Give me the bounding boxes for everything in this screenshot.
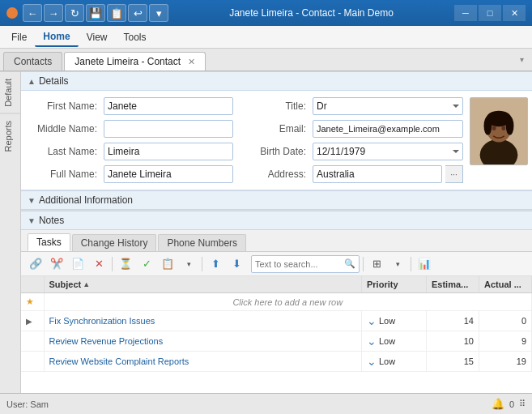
menu-tools[interactable]: Tools bbox=[115, 28, 154, 46]
tab-phone-numbers[interactable]: Phone Numbers bbox=[158, 234, 246, 251]
additional-info-header[interactable]: ▼ Additional Information bbox=[21, 190, 532, 210]
window-title: Janete Limeira - Contact - Main Demo bbox=[168, 7, 454, 19]
filter-button[interactable]: ⏳ bbox=[116, 255, 135, 273]
toolbar-separator-4 bbox=[411, 257, 411, 271]
row-expand-3[interactable] bbox=[21, 352, 44, 372]
table-row[interactable]: Review Website Complaint Reports ⌄ Low 1… bbox=[21, 352, 532, 372]
row-expand-1[interactable]: ▶ bbox=[21, 311, 44, 331]
undo-button[interactable]: ↩ bbox=[128, 4, 147, 22]
toolbar-separator-2 bbox=[202, 257, 202, 271]
title-select[interactable]: Dr Mr Ms bbox=[313, 97, 463, 115]
tasks-data-table: Subject ▲ Priority Estima... Actual ... bbox=[21, 276, 532, 372]
close-button[interactable]: ✕ bbox=[503, 5, 526, 21]
new-button[interactable]: 📄 bbox=[68, 255, 87, 273]
forward-button[interactable]: → bbox=[44, 4, 63, 22]
grid-icon[interactable]: ⠿ bbox=[519, 399, 526, 409]
side-labels: Default Reports bbox=[0, 71, 21, 393]
saveas-button[interactable]: 📋 bbox=[107, 4, 126, 22]
columns-button[interactable]: ⊞ bbox=[367, 255, 386, 273]
row-expand-2[interactable] bbox=[21, 331, 44, 352]
minimize-button[interactable]: ─ bbox=[454, 5, 477, 21]
star-icon: ★ bbox=[26, 297, 34, 306]
user-label: User: Sam bbox=[6, 399, 49, 409]
firstname-label: First Name: bbox=[28, 100, 100, 112]
field-row-firstname: First Name: bbox=[28, 97, 233, 115]
menu-home[interactable]: Home bbox=[35, 28, 78, 47]
side-label-default[interactable]: Default bbox=[0, 71, 20, 113]
row-subject-3[interactable]: Review Website Complaint Reports bbox=[44, 352, 362, 372]
save-button[interactable]: 💾 bbox=[86, 4, 105, 22]
title-label: Title: bbox=[236, 100, 309, 112]
fields-area: First Name: Title: Dr Mr Ms Middle Name: bbox=[28, 97, 463, 183]
birthdate-select[interactable]: 12/11/1979 bbox=[313, 143, 463, 160]
toolbar-separator-1 bbox=[112, 257, 113, 271]
tab-dropdown-button[interactable]: ▾ bbox=[515, 52, 529, 67]
table-row[interactable]: ▶ Fix Synchronization Issues ⌄ Low 14 0 bbox=[21, 311, 532, 331]
down-button[interactable]: ⬇ bbox=[227, 255, 246, 273]
middlename-input[interactable] bbox=[104, 120, 233, 138]
new-row[interactable]: ★ Click here to add a new row bbox=[21, 293, 532, 311]
th-actual[interactable]: Actual ... bbox=[479, 276, 532, 293]
svg-point-6 bbox=[492, 126, 496, 130]
back-button[interactable]: ← bbox=[23, 4, 42, 22]
notes-section-header[interactable]: ▼ Notes bbox=[21, 211, 532, 230]
content-area: Default Reports ▲ Details First Name: Ti… bbox=[0, 71, 532, 393]
fullname-label: Full Name: bbox=[28, 169, 100, 180]
clipboard-dropdown[interactable]: ▾ bbox=[179, 255, 198, 273]
expand-icon: ▶ bbox=[26, 317, 32, 326]
tasks-toolbar: 🔗 ✂️ 📄 ✕ ⏳ ✓ 📋 ▾ ⬆ ⬇ 🔍 ⊞ ▾ bbox=[21, 252, 532, 276]
th-priority[interactable]: Priority bbox=[362, 276, 427, 293]
notes-chevron-icon: ▼ bbox=[28, 216, 36, 225]
tab-bar: Contacts Janete Limeira - Contact ✕ ▾ bbox=[0, 49, 532, 71]
tab-contacts[interactable]: Contacts bbox=[3, 52, 62, 70]
up-button[interactable]: ⬆ bbox=[206, 255, 225, 273]
th-estimate[interactable]: Estima... bbox=[427, 276, 479, 293]
row-subject-2[interactable]: Review Revenue Projections bbox=[44, 331, 362, 352]
address-expand-button[interactable]: ··· bbox=[445, 165, 463, 183]
check-button[interactable]: ✓ bbox=[137, 255, 156, 273]
svg-point-5 bbox=[506, 117, 514, 135]
toolbar-separator-3 bbox=[363, 257, 364, 271]
additional-info-chevron-icon: ▼ bbox=[28, 196, 36, 205]
menu-file[interactable]: File bbox=[3, 28, 35, 46]
search-input[interactable] bbox=[255, 259, 344, 269]
delete-button[interactable]: ✕ bbox=[89, 255, 109, 273]
maximize-button[interactable]: □ bbox=[479, 5, 501, 21]
details-chevron-icon: ▲ bbox=[28, 77, 36, 86]
svg-point-4 bbox=[484, 117, 492, 135]
link-button[interactable]: 🔗 bbox=[26, 255, 45, 273]
table-row[interactable]: Review Revenue Projections ⌄ Low 10 9 bbox=[21, 331, 532, 352]
new-row-label[interactable]: Click here to add a new row bbox=[44, 293, 532, 311]
firstname-input[interactable] bbox=[104, 97, 233, 115]
clipboard-button[interactable]: 📋 bbox=[158, 255, 177, 273]
refresh-button[interactable]: ↻ bbox=[65, 4, 84, 22]
row-subject-1[interactable]: Fix Synchronization Issues bbox=[44, 311, 362, 331]
th-subject[interactable]: Subject ▲ bbox=[44, 276, 362, 293]
app-icon[interactable] bbox=[6, 7, 18, 19]
tab-tasks[interactable]: Tasks bbox=[28, 233, 70, 251]
sort-arrow-icon: ▲ bbox=[83, 280, 90, 288]
dropdown-button[interactable]: ▾ bbox=[149, 4, 168, 22]
lastname-input[interactable] bbox=[104, 143, 233, 160]
inner-tab-bar: Tasks Change History Phone Numbers bbox=[21, 230, 532, 252]
tab-change-history[interactable]: Change History bbox=[72, 234, 157, 251]
address-input[interactable] bbox=[313, 165, 442, 183]
row-actual-1: 0 bbox=[479, 311, 532, 331]
additional-info-label: Additional Information bbox=[39, 194, 133, 206]
tab-contact-detail[interactable]: Janete Limeira - Contact ✕ bbox=[64, 52, 206, 70]
svg-point-7 bbox=[501, 126, 505, 130]
row-estimate-3: 15 bbox=[427, 352, 479, 372]
email-input[interactable] bbox=[313, 120, 463, 138]
tab-close-button[interactable]: ✕ bbox=[188, 57, 195, 66]
details-section-header[interactable]: ▲ Details bbox=[21, 71, 532, 91]
edit-button[interactable]: ✂️ bbox=[47, 255, 66, 273]
side-label-reports[interactable]: Reports bbox=[0, 113, 20, 159]
priority-arrow-icon-3: ⌄ bbox=[367, 355, 377, 368]
field-row-birthdate: Birth Date: 12/11/1979 bbox=[236, 143, 463, 160]
columns-dropdown[interactable]: ▾ bbox=[388, 255, 407, 273]
birthdate-label: Birth Date: bbox=[236, 146, 309, 157]
menu-view[interactable]: View bbox=[79, 28, 116, 46]
fullname-input[interactable] bbox=[104, 165, 233, 183]
export-button[interactable]: 📊 bbox=[415, 255, 434, 273]
bell-icon[interactable]: 🔔 bbox=[492, 398, 504, 410]
